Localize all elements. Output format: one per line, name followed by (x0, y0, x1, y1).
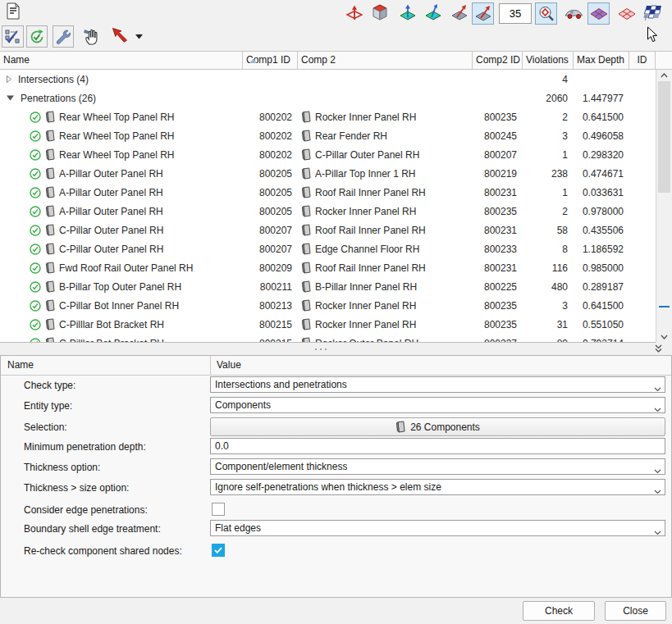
comp2-name: B-Pillar Inner Panel RH (315, 281, 417, 293)
recheck-button[interactable] (26, 25, 48, 48)
check-type-label: Check type: (24, 380, 75, 391)
violations-count: 3 (523, 130, 574, 142)
table-row[interactable]: C-Pillar Bot Inner Panel RH 800213 Rocke… (0, 296, 656, 315)
gray-plane-red-arrow-active-button[interactable] (472, 2, 494, 25)
zoom-violation-button[interactable] (535, 2, 557, 25)
boundary-shell-edge-select[interactable]: Flat edges (210, 520, 665, 536)
comp1-name: C-Pilllar Bot Bracket RH (59, 319, 164, 330)
max-depth-value: 0.033631 (574, 187, 629, 198)
col-header-spacer (656, 52, 672, 69)
expander-expanded-icon[interactable] (7, 95, 14, 101)
shaded-mesh-button[interactable] (587, 2, 610, 25)
table-row[interactable]: C-Pillar Outer Panel RH 800207 Edge Chan… (0, 239, 656, 258)
pick-arrow-dropdown[interactable] (135, 34, 143, 39)
table-row[interactable]: Rear Wheel Top Panel RH 800202 C-Pillar … (0, 145, 656, 164)
check-ok-icon (30, 112, 41, 123)
scroll-down-button[interactable] (656, 331, 672, 343)
notes-document-icon[interactable] (6, 2, 20, 20)
group-row-penetrations[interactable]: Penetrations (26) 2060 1.447977 (0, 89, 656, 107)
hand-tool-button[interactable] (82, 26, 101, 46)
table-row[interactable]: A-Pillar Outer Panel RH 800205 A-Pillar … (0, 164, 656, 183)
comp1-name: B-Pillar Top Outer Panel RH (59, 281, 181, 293)
table-row[interactable]: C-Pillar Outer Panel RH 800207 Roof Rail… (0, 221, 656, 239)
check-ok-icon (30, 319, 41, 330)
check-type-select[interactable]: Intersections and penetrations (210, 376, 665, 393)
comp2-name: Roof Rail Inner Panel RH (315, 262, 426, 274)
component-icon (301, 130, 311, 142)
group-label: Penetrations (26) (21, 93, 96, 104)
checks-list-button[interactable] (2, 25, 24, 48)
cut-plane-red-icon[interactable] (345, 4, 363, 22)
comp2-id: 800231 (473, 187, 523, 198)
table-row[interactable]: C-Pilllar Bot Bracket RH 800215 Rocker I… (0, 315, 656, 334)
col-header-comp2-id[interactable]: Comp2 ID (473, 52, 523, 69)
max-depth-value: 0.641500 (574, 112, 629, 123)
pane-splitter[interactable] (0, 344, 672, 355)
group-max-depth: 1.447977 (574, 93, 629, 104)
table-row[interactable]: Rear Wheel Top Panel RH 800202 Rear Fend… (0, 126, 656, 145)
table-row[interactable]: Rear Wheel Top Panel RH 800202 Rocker In… (0, 107, 656, 126)
entity-type-select[interactable]: Components (210, 397, 665, 413)
comp2-name: Edge Channel Floor RH (315, 244, 419, 255)
table-row[interactable]: A-Pillar Outer Panel RH 800205 Roof Rail… (0, 183, 656, 202)
component-icon (45, 167, 55, 180)
check-ok-icon (30, 281, 41, 293)
form-col-name: Name (7, 359, 34, 371)
comp1-name: A-Pillar Outer Panel RH (59, 168, 163, 180)
contour-plane-arrow-icon-2[interactable] (424, 3, 442, 22)
table-scrollbar[interactable] (656, 70, 672, 343)
min-penetration-depth-input[interactable] (210, 438, 665, 454)
comp2-name: C-Pillar Outer Panel RH (315, 149, 419, 161)
max-depth-value: 0.978000 (574, 206, 629, 217)
check-ok-icon (30, 168, 41, 180)
solid-cube-icon[interactable] (371, 3, 389, 22)
component-icon (301, 205, 311, 217)
splitter-collapse-icon[interactable] (654, 344, 663, 356)
table-row[interactable]: B-Pillar Top Outer Panel RH 800211 B-Pil… (0, 277, 656, 296)
thickness-option-select[interactable]: Component/element thickness (210, 458, 665, 475)
consider-edge-penetrations-checkbox[interactable] (212, 503, 225, 516)
thickness-size-option-select[interactable]: Ignore self-penetrations when thickness … (210, 479, 665, 495)
hand-tool-icon (82, 26, 101, 46)
expander-collapsed-icon[interactable] (7, 75, 11, 83)
check-button[interactable]: Check (523, 601, 595, 621)
group-row-intersections[interactable]: Intersections (4) 4 (0, 70, 656, 89)
max-depth-value: 0.792714 (574, 338, 629, 344)
col-header-violations[interactable]: Violations (523, 52, 574, 69)
scroll-up-button[interactable] (656, 70, 672, 81)
comp2-name: Roof Rail Inner Panel RH (315, 225, 426, 236)
comp1-id: 800205 (243, 187, 298, 198)
col-header-comp1-id[interactable]: Comp1 ID (243, 52, 298, 69)
col-header-max-depth[interactable]: Max Depth (574, 52, 629, 69)
car-icon[interactable] (564, 7, 584, 20)
violations-count: 2 (523, 206, 574, 217)
pick-arrow-button[interactable] (112, 27, 130, 43)
gray-plane-red-arrow-icon[interactable] (450, 3, 469, 22)
col-header-name[interactable]: Name (0, 52, 243, 69)
depth-scale-input[interactable] (499, 3, 532, 24)
col-header-id[interactable]: ID (629, 52, 656, 69)
contour-plane-arrow-icon[interactable] (399, 3, 417, 22)
table-row[interactable]: C-Pilllar Bot Bracket RH 800215 Rocker O… (0, 334, 656, 343)
violations-count: 116 (523, 262, 574, 274)
group-violations: 2060 (523, 93, 574, 104)
red-arrow-pick-icon (112, 27, 130, 43)
comp1-name: C-Pilllar Bot Bracket RH (59, 338, 164, 344)
close-button[interactable]: Close (605, 601, 666, 621)
settings-button[interactable] (53, 25, 74, 48)
recheck-shared-nodes-checkbox[interactable] (212, 544, 225, 557)
table-row[interactable]: Fwd Roof Rail Outer Panel RH 800209 Roof… (0, 258, 656, 277)
comp2-name: Rocker Inner Panel RH (315, 206, 416, 217)
wireframe-mesh-icon[interactable] (617, 7, 637, 20)
grid-3d-icon[interactable] (642, 2, 665, 24)
table-row[interactable]: A-Pillar Outer Panel RH 800205 Rocker In… (0, 202, 656, 221)
comp2-id: 800231 (473, 225, 523, 236)
comp1-name: C-Pillar Bot Inner Panel RH (59, 300, 179, 312)
selection-button[interactable]: 26 Components (210, 417, 665, 436)
comp1-id: 800211 (243, 281, 298, 293)
scrollbar-thumb[interactable] (658, 81, 670, 193)
violations-count: 8 (523, 244, 574, 255)
comp1-name: Fwd Roof Rail Outer Panel RH (59, 262, 193, 274)
results-table-header: Name Comp1 ID Comp 2 Comp2 ID Violations… (0, 51, 672, 70)
col-header-comp2[interactable]: Comp 2 (298, 52, 473, 69)
